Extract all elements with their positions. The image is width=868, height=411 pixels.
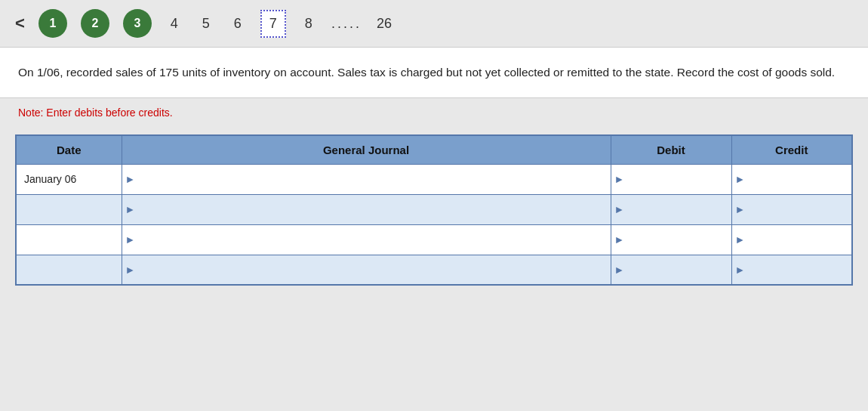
journal-table-container: Date General Journal Debit Credit Januar… [15,134,853,286]
table-row: ► ► ► [16,255,852,285]
credit-input-2[interactable] [748,195,848,224]
journal-input-2[interactable] [138,195,607,224]
nav-number-6[interactable]: 6 [229,16,247,32]
nav-bar: < 1 2 3 4 5 6 7 8 ..... 26 [0,0,868,48]
debit-input-1[interactable] [627,165,728,193]
debit-cell-4[interactable]: ► [611,255,731,285]
credit-input-4[interactable] [748,255,848,284]
credit-arrow-2: ► [735,203,746,215]
date-cell-4 [16,255,122,285]
date-cell-2 [16,194,122,224]
header-date: Date [16,135,122,165]
debit-input-2[interactable] [627,195,728,224]
journal-table: Date General Journal Debit Credit Januar… [15,134,853,286]
journal-input-3[interactable] [138,225,607,254]
prev-arrow[interactable]: < [15,14,25,33]
journal-cell-3[interactable]: ► [122,224,611,255]
nav-number-7[interactable]: 7 [260,10,286,38]
credit-input-3[interactable] [748,225,848,254]
journal-cell-2[interactable]: ► [122,194,611,224]
nav-circle-3[interactable]: 3 [123,9,152,38]
nav-number-4[interactable]: 4 [165,16,183,32]
note-text: Note: Enter debits before credits. [18,107,173,119]
header-debit: Debit [611,135,731,165]
credit-cell-2[interactable]: ► [731,194,852,224]
arrow-icon-4: ► [125,264,136,276]
table-header-row: Date General Journal Debit Credit [16,135,852,165]
date-cell-3 [16,224,122,255]
debit-cell-2[interactable]: ► [611,194,731,224]
table-row: ► ► ► [16,194,852,224]
journal-input-4[interactable] [138,255,607,284]
credit-arrow-4: ► [735,264,746,276]
journal-cell-1[interactable]: ► [122,164,611,194]
date-cell-1: January 06 [16,164,122,194]
header-credit: Credit [731,135,852,165]
nav-ellipsis: ..... [331,16,362,32]
note-area: Note: Enter debits before credits. [0,98,868,127]
nav-circle-2[interactable]: 2 [81,9,109,38]
debit-cell-3[interactable]: ► [611,224,731,255]
debit-arrow-4: ► [614,264,625,276]
credit-input-1[interactable] [748,165,848,193]
debit-input-3[interactable] [627,225,728,254]
nav-number-26[interactable]: 26 [375,16,393,32]
journal-cell-4[interactable]: ► [122,255,611,285]
arrow-icon-2: ► [125,203,136,215]
journal-input-1[interactable] [138,165,607,193]
header-journal: General Journal [122,135,611,165]
credit-arrow-1: ► [735,173,746,185]
nav-circle-1[interactable]: 1 [38,9,67,38]
debit-input-4[interactable] [627,255,728,284]
debit-arrow-2: ► [614,203,625,215]
nav-number-8[interactable]: 8 [300,16,318,32]
arrow-icon-3: ► [125,233,136,246]
nav-number-5[interactable]: 5 [197,16,215,32]
arrow-icon-1: ► [125,173,136,185]
table-row: January 06 ► ► ► [16,164,852,194]
debit-arrow-1: ► [614,173,625,185]
table-row: ► ► ► [16,224,852,255]
question-area: On 1/06, recorded sales of 175 units of … [0,48,868,98]
question-text: On 1/06, recorded sales of 175 units of … [18,63,850,82]
credit-cell-1[interactable]: ► [731,164,852,194]
debit-cell-1[interactable]: ► [611,164,731,194]
credit-cell-3[interactable]: ► [731,224,852,255]
credit-arrow-3: ► [735,233,746,246]
debit-arrow-3: ► [614,233,625,246]
credit-cell-4[interactable]: ► [731,255,852,285]
